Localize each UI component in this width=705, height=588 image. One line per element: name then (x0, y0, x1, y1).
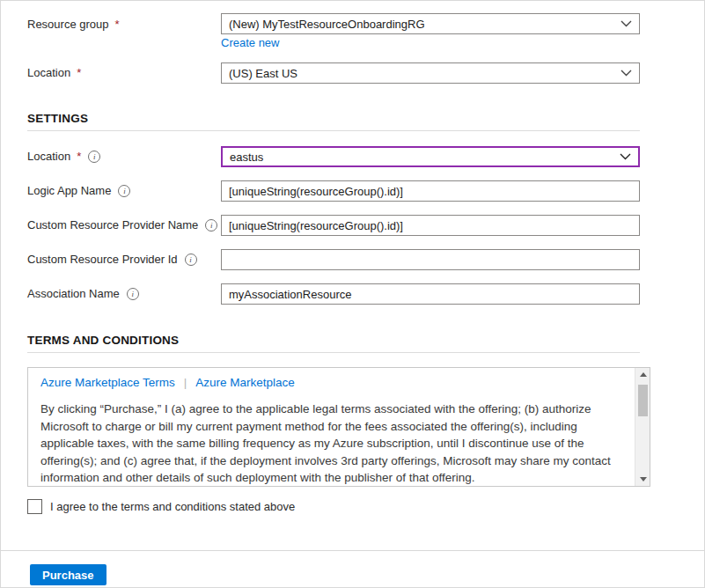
logic-app-name-label-text: Logic App Name (27, 184, 111, 197)
info-icon[interactable]: i (205, 219, 217, 232)
scrollbar-thumb[interactable] (638, 385, 648, 416)
settings-heading: SETTINGS (27, 112, 88, 125)
association-name-label: Association Name i (27, 287, 139, 300)
required-asterisk: * (77, 150, 81, 163)
settings-location-dropdown[interactable]: eastus (221, 146, 640, 167)
association-name-label-text: Association Name (27, 287, 120, 300)
info-icon[interactable]: i (118, 185, 130, 197)
azure-marketplace-terms-link[interactable]: Azure Marketplace Terms (40, 376, 175, 389)
custom-rp-id-input[interactable] (221, 249, 640, 270)
terms-divider (27, 352, 640, 353)
logic-app-name-label: Logic App Name i (27, 184, 130, 197)
azure-marketplace-link[interactable]: Azure Marketplace (195, 376, 295, 389)
custom-rp-id-label: Custom Resource Provider Id i (27, 253, 197, 266)
settings-divider (27, 130, 640, 131)
location-dropdown[interactable]: (US) East US (221, 62, 640, 84)
info-icon[interactable]: i (185, 254, 197, 266)
settings-location-label-text: Location (27, 150, 70, 163)
chevron-down-icon (621, 20, 632, 27)
custom-rp-name-input[interactable] (221, 215, 640, 236)
logic-app-name-input[interactable] (221, 180, 640, 202)
link-separator: | (184, 376, 187, 389)
settings-location-label: Location* i (27, 150, 100, 163)
custom-rp-id-label-text: Custom Resource Provider Id (27, 253, 178, 266)
terms-links: Azure Marketplace Terms | Azure Marketpl… (40, 376, 295, 389)
chevron-down-icon (621, 70, 632, 77)
scroll-down-icon[interactable] (635, 473, 650, 486)
resource-group-dropdown[interactable]: (New) MyTestResourceOnboardingRG (221, 13, 640, 34)
terms-scrollbar[interactable] (635, 368, 650, 486)
required-asterisk: * (115, 18, 120, 31)
info-icon[interactable]: i (88, 151, 100, 163)
agree-row: I agree to the terms and conditions stat… (27, 499, 295, 514)
association-name-input[interactable] (221, 283, 640, 305)
terms-body-text: By clicking “Purchase,” I (a) agree to t… (40, 401, 621, 487)
create-new-link[interactable]: Create new (221, 36, 279, 49)
resource-group-label: Resource group* (27, 18, 120, 31)
deployment-form-page: Resource group* (New) MyTestResourceOnbo… (0, 0, 705, 588)
terms-heading: TERMS AND CONDITIONS (27, 334, 179, 347)
location-label: Location* (27, 66, 81, 79)
footer-divider (1, 550, 705, 551)
scroll-up-icon[interactable] (635, 368, 650, 381)
terms-agree-label: I agree to the terms and conditions stat… (50, 500, 295, 513)
info-icon[interactable]: i (127, 288, 139, 300)
terms-text-panel: Azure Marketplace Terms | Azure Marketpl… (27, 367, 650, 487)
required-asterisk: * (77, 66, 81, 79)
purchase-button[interactable]: Purchase (30, 564, 106, 585)
resource-group-value: (New) MyTestResourceOnboardingRG (229, 18, 425, 31)
location-label-text: Location (27, 66, 70, 79)
settings-location-value: eastus (230, 151, 263, 164)
custom-rp-name-label-text: Custom Resource Provider Name (27, 218, 198, 232)
custom-rp-name-label: Custom Resource Provider Name i (27, 218, 217, 232)
resource-group-label-text: Resource group (27, 18, 109, 31)
location-value: (US) East US (229, 67, 297, 80)
terms-agree-checkbox[interactable] (27, 499, 42, 514)
chevron-down-icon (620, 153, 631, 160)
